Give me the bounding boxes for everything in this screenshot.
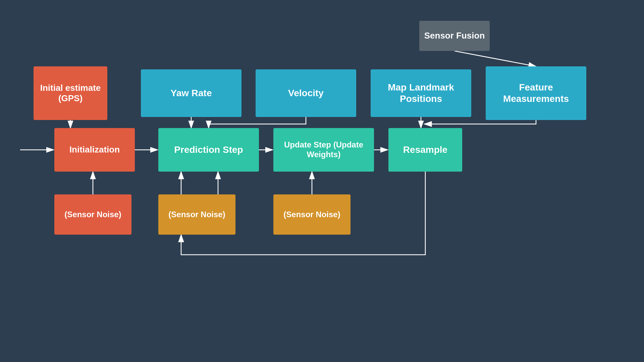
initialization-label: Initialization [69,144,120,155]
sensor-fusion-label: Sensor Fusion [424,31,485,41]
svg-line-5 [454,51,536,66]
resample-box: Resample [388,128,462,172]
map-landmark-label: Map Landmark Positions [374,82,468,104]
prediction-step-box: Prediction Step [158,128,259,172]
sensor-fusion-box: Sensor Fusion [419,21,490,51]
sensor-noise-pred-box: (Sensor Noise) [158,194,235,235]
sensor-noise-init-box: (Sensor Noise) [54,194,131,235]
update-step-label: Update Step (Update Weights) [277,140,371,160]
sensor-noise-init-label: (Sensor Noise) [64,210,121,220]
update-step-box: Update Step (Update Weights) [273,128,374,172]
feature-measurements-box: Feature Measurements [486,66,586,120]
yaw-rate-box: Yaw Rate [141,69,241,117]
yaw-rate-label: Yaw Rate [171,87,212,99]
prediction-step-label: Prediction Step [174,144,243,156]
diagram-container: Sensor Fusion Initial estimate (GPS) Yaw… [0,0,644,362]
velocity-label: Velocity [288,87,324,99]
initial-estimate-label: Initial estimate (GPS) [37,83,104,104]
arrows-svg [0,0,644,362]
sensor-noise-update-label: (Sensor Noise) [283,210,340,220]
sensor-noise-pred-label: (Sensor Noise) [168,210,225,220]
sensor-noise-update-box: (Sensor Noise) [273,194,351,235]
resample-label: Resample [403,144,447,156]
initial-estimate-box: Initial estimate (GPS) [34,66,107,120]
initialization-box: Initialization [54,128,135,172]
velocity-box: Velocity [256,69,356,117]
map-landmark-box: Map Landmark Positions [371,69,471,117]
feature-measurements-label: Feature Measurements [489,82,583,104]
